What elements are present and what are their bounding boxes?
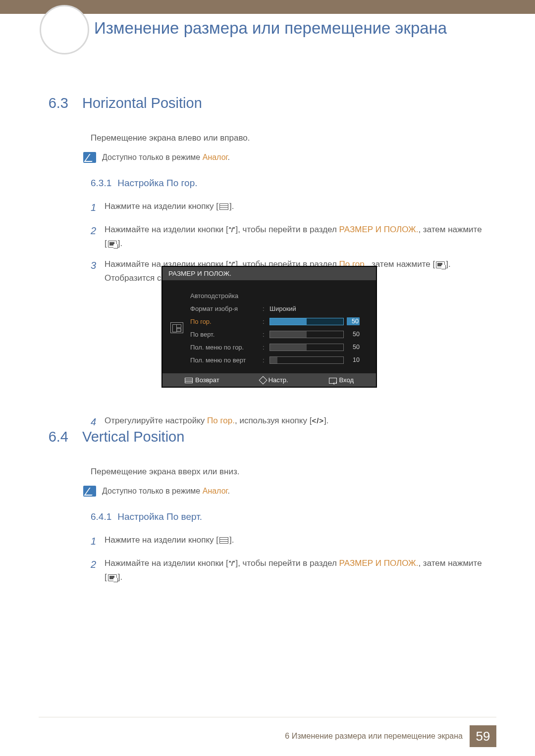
up-down-icon: ˄/˅	[228, 226, 236, 234]
section-title: Vertical Position	[82, 429, 184, 445]
osd-footer-back: Возврат	[185, 376, 219, 384]
section-number: 6.3	[44, 95, 68, 111]
osd-slider	[269, 318, 344, 325]
osd-value: 10	[347, 356, 360, 363]
step-text: Нажимайте на изделии кнопки [˄/˅], чтобы…	[105, 223, 485, 251]
accent-text: РАЗМЕР И ПОЛОЖ.	[339, 558, 419, 568]
osd-row-hpos: По гор. : 50	[190, 315, 367, 328]
step-number: 2	[91, 556, 98, 584]
note-text: Доступно только в режиме Аналог.	[102, 152, 230, 162]
left-right-icon: </>	[312, 416, 324, 425]
subsection-number: 6.3.1	[91, 178, 111, 188]
subsection-number: 6.4.1	[91, 511, 111, 522]
note-text: Доступно только в режиме Аналог.	[102, 486, 230, 496]
menu-button-icon	[219, 203, 228, 210]
step-text: Отрегулируйте настройку По гор., использ…	[105, 414, 329, 430]
osd-body: Автоподстройка Формат изобр-я : Широкий …	[162, 280, 376, 373]
osd-slider	[269, 344, 344, 351]
step-number: 2	[91, 223, 98, 251]
osd-footer-enter: Вход	[329, 376, 354, 384]
osd-value: 50	[347, 331, 360, 338]
menu-button-icon	[219, 537, 228, 544]
osd-row-menu-v: Пол. меню по верт : 10	[190, 353, 367, 366]
enter-icon	[436, 261, 445, 268]
osd-footer: Возврат Настр. Вход	[162, 373, 376, 387]
osd-label: Автоподстройка	[190, 292, 260, 300]
osd-footer-adjust: Настр.	[260, 376, 288, 384]
step-2: 2 Нажимайте на изделии кнопки [˄/˅], что…	[91, 223, 485, 251]
subsection-title: Настройка По гор.	[117, 178, 197, 188]
step-text: Нажмите на изделии кнопку [].	[105, 533, 234, 550]
note-accent: Аналог	[203, 487, 228, 495]
note-icon	[83, 152, 96, 163]
section-title: Horizontal Position	[82, 95, 202, 111]
osd-slider	[269, 356, 344, 364]
step-text: Нажимайте на изделии кнопки [˄/˅], чтобы…	[105, 556, 485, 584]
note-suffix: .	[227, 487, 229, 495]
chapter-ornament	[40, 5, 89, 54]
osd-slider	[269, 331, 344, 338]
note-prefix: Доступно только в режиме	[102, 153, 203, 161]
osd-label: Пол. меню по гор.	[190, 344, 260, 351]
osd-screenshot: РАЗМЕР И ПОЛОЖ. Автоподстройка Формат из…	[161, 266, 377, 388]
osd-value: 50	[347, 317, 360, 325]
footer-chapter-text: 6 Изменение размера или перемещение экра…	[285, 732, 463, 741]
osd-label: По верт.	[190, 331, 260, 338]
osd-value: 50	[347, 344, 360, 351]
enter-icon	[329, 378, 337, 384]
osd-row-format: Формат изобр-я : Широкий	[190, 302, 367, 315]
up-down-icon: ˄/˅	[228, 560, 236, 567]
osd-menu: РАЗМЕР И ПОЛОЖ. Автоподстройка Формат из…	[161, 266, 377, 388]
osd-row-vpos: По верт. : 50	[190, 328, 367, 341]
page-footer: 6 Изменение размера или перемещение экра…	[285, 725, 496, 747]
note: Доступно только в режиме Аналог.	[83, 486, 485, 497]
chapter-title: Изменение размера или перемещение экрана	[94, 18, 495, 38]
step-1: 1 Нажмите на изделии кнопку [].	[91, 200, 485, 216]
osd-title: РАЗМЕР И ПОЛОЖ.	[162, 267, 376, 280]
step-number: 4	[91, 414, 98, 430]
note-prefix: Доступно только в режиме	[102, 487, 203, 495]
osd-row-menu-h: Пол. меню по гор. : 50	[190, 341, 367, 353]
subsection-heading: 6.3.1Настройка По гор.	[91, 178, 485, 189]
section-heading: 6.3 Horizontal Position	[44, 95, 485, 111]
section-number: 6.4	[44, 429, 68, 445]
section-intro: Перемещение экрана вверх или вниз.	[91, 467, 485, 477]
osd-label: По гор.	[190, 318, 260, 325]
step-4: 4 Отрегулируйте настройку По гор., испол…	[91, 414, 485, 430]
section-vertical-position: 6.4 Vertical Position Перемещение экрана…	[44, 429, 485, 591]
note-suffix: .	[227, 153, 229, 161]
note: Доступно только в режиме Аналог.	[83, 152, 485, 163]
osd-label: Формат изобр-я	[190, 305, 260, 312]
osd-rows: Автоподстройка Формат изобр-я : Широкий …	[190, 289, 367, 366]
enter-icon	[108, 574, 117, 581]
osd-category-icon-col	[167, 289, 186, 366]
note-icon	[83, 486, 96, 497]
accent-text: РАЗМЕР И ПОЛОЖ.	[339, 225, 419, 234]
page-number: 59	[470, 725, 496, 747]
menu-icon	[185, 378, 193, 383]
step-text: Нажмите на изделии кнопку [].	[105, 200, 234, 216]
step-2: 2 Нажимайте на изделии кнопки [˄/˅], что…	[91, 556, 485, 584]
footer-rule	[39, 717, 496, 717]
osd-value: Широкий	[269, 305, 296, 312]
steps-list: 1 Нажмите на изделии кнопку []. 2 Нажима…	[91, 533, 485, 584]
osd-row-auto: Автоподстройка	[190, 289, 367, 302]
section-intro: Перемещение экрана влево или вправо.	[91, 133, 485, 143]
subsection-heading: 6.4.1Настройка По верт.	[91, 511, 485, 522]
step-number: 1	[91, 200, 98, 216]
section-heading: 6.4 Vertical Position	[44, 429, 485, 445]
step-number: 1	[91, 533, 98, 550]
subsection-title: Настройка По верт.	[117, 511, 202, 522]
osd-label: Пол. меню по верт	[190, 356, 260, 364]
size-position-icon	[170, 322, 183, 333]
step-1: 1 Нажмите на изделии кнопку [].	[91, 533, 485, 550]
note-accent: Аналог	[203, 153, 228, 161]
step-number: 3	[91, 257, 98, 285]
enter-icon	[108, 241, 117, 248]
accent-text: По гор.	[207, 416, 235, 425]
adjust-icon	[259, 376, 267, 385]
